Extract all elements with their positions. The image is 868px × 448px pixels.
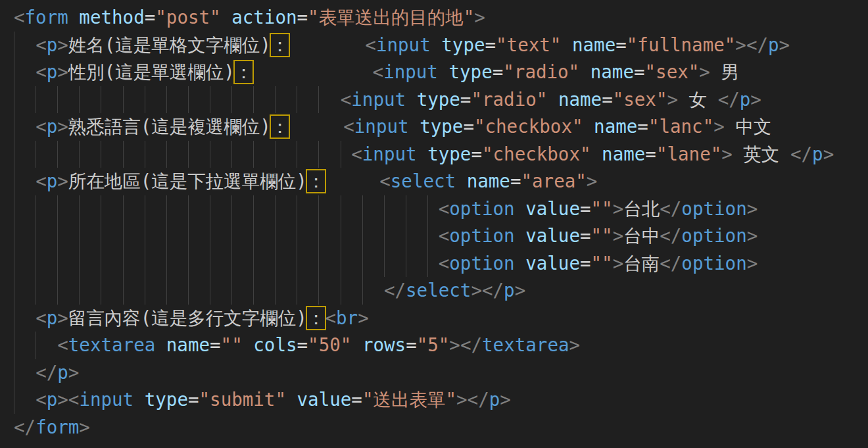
tag-token: option bbox=[681, 253, 746, 274]
code-line[interactable]: <p>所在地區(這是下拉選單欄位)： <select name="area"> bbox=[14, 168, 868, 195]
unicode-highlight-box: ： bbox=[235, 61, 253, 83]
code-line[interactable]: <p><input type="submit" value="送出表單"></p… bbox=[14, 386, 868, 414]
tag-token: option bbox=[681, 198, 746, 219]
attr-name-token: action bbox=[231, 7, 297, 28]
string-token: "checkbox" bbox=[482, 143, 591, 164]
string-token: "radio" bbox=[471, 89, 547, 110]
text-token bbox=[286, 389, 297, 410]
punct-token: > bbox=[747, 198, 758, 219]
equals-token: = bbox=[210, 334, 221, 355]
punct-token: > bbox=[613, 253, 624, 274]
punct-token: > bbox=[471, 280, 482, 301]
code-line[interactable]: <p>姓名(這是單格文字欄位)： <input type="text" name… bbox=[14, 32, 868, 59]
tag-token: select bbox=[391, 170, 456, 191]
attr-name-token: name bbox=[558, 89, 602, 110]
attr-name-token: name bbox=[594, 116, 637, 137]
string-token: "" bbox=[221, 334, 243, 355]
whitespace bbox=[289, 34, 365, 55]
tag-token: option bbox=[681, 225, 746, 246]
string-token: "sex" bbox=[613, 89, 667, 110]
punct-token: </ bbox=[718, 89, 740, 110]
text-token bbox=[155, 334, 166, 355]
punct-token: < bbox=[36, 34, 47, 55]
text-token bbox=[221, 7, 232, 28]
punct-token: </ bbox=[660, 198, 681, 219]
equals-token: = bbox=[351, 389, 362, 410]
text-token bbox=[406, 89, 417, 110]
text-token: 台中 bbox=[623, 225, 660, 246]
code-line[interactable]: <option value="">台中</option> bbox=[14, 222, 868, 250]
tag-token: p bbox=[47, 34, 58, 55]
code-line[interactable]: </select></p> bbox=[14, 277, 868, 305]
text-token bbox=[579, 61, 591, 82]
punct-token: > bbox=[747, 253, 758, 274]
code-line[interactable]: </p> bbox=[14, 359, 868, 387]
text-token: 所在地區(這是下拉選單欄位) bbox=[68, 170, 307, 191]
punct-token: > bbox=[57, 389, 68, 410]
code-line[interactable]: <input type="radio" name="sex"> 女 </p> bbox=[14, 86, 868, 114]
whitespace bbox=[14, 389, 36, 410]
punct-token: < bbox=[36, 170, 47, 191]
punct-token: > bbox=[79, 416, 90, 437]
code-line[interactable]: <p>熟悉語言(這是複選欄位)： <input type="checkbox" … bbox=[14, 113, 868, 141]
string-token: "area" bbox=[521, 170, 587, 191]
tag-token: option bbox=[449, 198, 514, 219]
tag-token: input bbox=[362, 143, 417, 164]
whitespace bbox=[14, 253, 439, 274]
attr-name-token: name bbox=[166, 334, 210, 355]
code-line[interactable]: <option value="">台北</option> bbox=[14, 195, 868, 223]
unicode-highlight-box: ： bbox=[271, 116, 289, 137]
punct-token: > bbox=[57, 307, 68, 328]
punct-token: > bbox=[721, 143, 733, 164]
whitespace bbox=[14, 225, 439, 246]
punct-token: > bbox=[515, 280, 526, 301]
code-line[interactable]: <p>性別(這是單選欄位)： <input type="radio" name=… bbox=[14, 59, 868, 86]
tag-token: br bbox=[336, 307, 358, 328]
code-line[interactable]: <p>留言內容(這是多行文字欄位)：<br> bbox=[14, 305, 868, 332]
tag-token: input bbox=[351, 89, 406, 110]
text-token: 中文 bbox=[725, 116, 772, 137]
equals-token: = bbox=[460, 89, 471, 110]
punct-token: < bbox=[325, 307, 336, 328]
text-token: 英文 bbox=[733, 143, 790, 164]
tag-token: form bbox=[25, 7, 68, 28]
code-editor[interactable]: <form method="post" action="表單送出的目的地"> <… bbox=[0, 0, 868, 448]
code-line[interactable]: </form> bbox=[14, 414, 868, 441]
punct-token: < bbox=[14, 7, 25, 28]
punct-token: < bbox=[343, 116, 354, 137]
string-token: "表單送出的目的地" bbox=[308, 7, 474, 28]
attr-name-token: type bbox=[420, 116, 463, 137]
whitespace bbox=[289, 116, 343, 137]
tag-token: input bbox=[354, 116, 409, 137]
punct-token: < bbox=[36, 116, 47, 137]
punct-token: < bbox=[351, 143, 362, 164]
punct-token: </ bbox=[660, 253, 681, 274]
equals-token: = bbox=[406, 334, 417, 355]
punct-token: < bbox=[68, 389, 80, 410]
punct-token: > bbox=[667, 89, 678, 110]
attr-name-token: name bbox=[591, 61, 634, 82]
whitespace bbox=[253, 61, 372, 82]
equals-token: = bbox=[188, 389, 199, 410]
tag-token: textarea bbox=[482, 334, 569, 355]
equals-token: = bbox=[471, 143, 482, 164]
equals-token: = bbox=[580, 225, 591, 246]
attr-name-token: type bbox=[427, 143, 471, 164]
punct-token: </ bbox=[14, 416, 36, 437]
code-line[interactable]: <option value="">台南</option> bbox=[14, 250, 868, 278]
whitespace bbox=[14, 34, 36, 55]
code-line[interactable]: <textarea name="" cols="50" rows="5"></t… bbox=[14, 332, 868, 359]
attr-name-token: value bbox=[525, 253, 580, 274]
whitespace bbox=[14, 61, 36, 82]
punct-token: < bbox=[439, 225, 450, 246]
punct-token: > bbox=[713, 116, 725, 137]
punct-token: > bbox=[57, 61, 68, 82]
tag-token: p bbox=[812, 143, 823, 164]
tag-token: p bbox=[47, 389, 58, 410]
code-line[interactable]: <input type="checkbox" name="lane"> 英文 <… bbox=[14, 141, 868, 168]
code-line[interactable]: <form method="post" action="表單送出的目的地"> bbox=[14, 4, 868, 32]
punct-token: < bbox=[439, 253, 450, 274]
string-token: "50" bbox=[308, 334, 351, 355]
punct-token: > bbox=[613, 198, 624, 219]
whitespace bbox=[14, 89, 341, 110]
